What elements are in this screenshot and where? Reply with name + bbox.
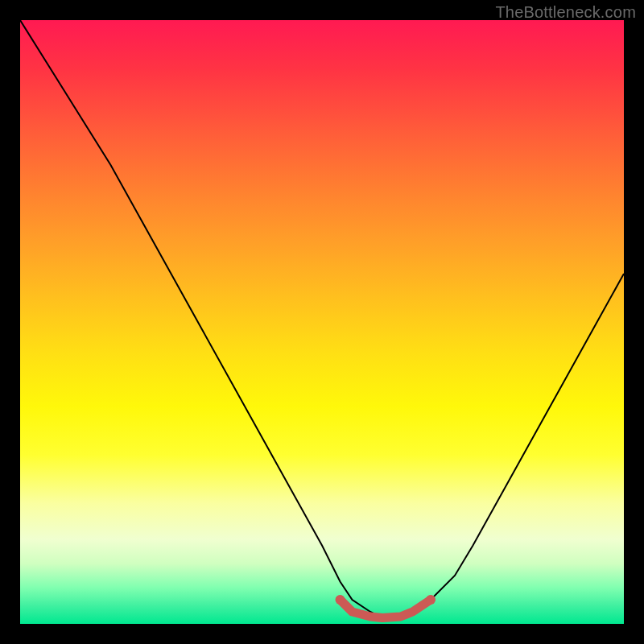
watermark-text: TheBottleneck.com	[495, 3, 636, 22]
optimal-endpoint	[426, 595, 436, 605]
curve-layer	[20, 20, 624, 618]
bottleneck-curve	[20, 20, 624, 618]
plot-svg	[20, 20, 624, 624]
bottleneck-gradient-plot	[20, 20, 624, 624]
optimal-endpoint	[336, 595, 345, 605]
optimal-zone-marker	[341, 600, 431, 618]
